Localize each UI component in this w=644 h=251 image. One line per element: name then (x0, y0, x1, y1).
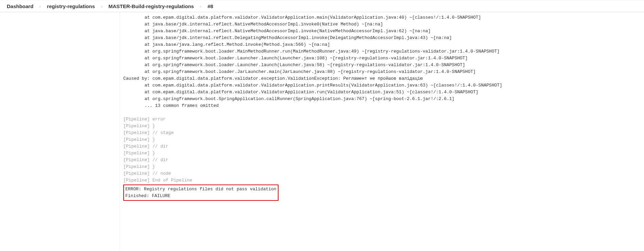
breadcrumb-build[interactable]: #8 (208, 3, 213, 9)
chevron-right-icon: › (101, 4, 102, 9)
pipeline-line: [Pipeline] End of Pipeline (123, 178, 192, 183)
stack-line: at org.springframework.boot.SpringApplic… (123, 96, 454, 101)
pipeline-line: [Pipeline] // stage (123, 130, 174, 135)
finished-line: Finished: FAILURE (125, 193, 171, 198)
error-line: ERROR: Registry regulations files did no… (125, 187, 276, 192)
pipeline-line: [Pipeline] // dir (123, 157, 168, 162)
pipeline-line: [Pipeline] } (123, 164, 155, 169)
sidebar (0, 12, 120, 251)
error-highlight-box: ERROR: Registry regulations files did no… (123, 185, 279, 201)
chevron-right-icon: › (39, 4, 41, 9)
stack-line: at com.epam.digital.data.platform.valida… (123, 15, 481, 20)
breadcrumb: Dashboard › registry-regulations › MASTE… (0, 1, 644, 12)
stack-line: at java.base/java.lang.reflect.Method.in… (123, 42, 330, 47)
pipeline-line: [Pipeline] } (123, 123, 155, 129)
stack-line: at org.springframework.boot.loader.Launc… (123, 56, 468, 61)
stack-line: at java.base/jdk.internal.reflect.Delega… (123, 35, 452, 40)
pipeline-line: [Pipeline] // node (123, 171, 171, 176)
chevron-right-icon: › (200, 4, 201, 9)
stack-line: at org.springframework.boot.loader.JarLa… (123, 69, 476, 74)
stack-line: at org.springframework.boot.loader.MainM… (123, 49, 500, 54)
stack-line: Caused by: com.epam.digital.data.platfor… (123, 76, 423, 81)
pipeline-line: [Pipeline] } (123, 137, 155, 142)
stack-line: at java.base/jdk.internal.reflect.Native… (123, 28, 431, 34)
pipeline-line: [Pipeline] error (123, 117, 166, 122)
breadcrumb-job[interactable]: MASTER-Build-registry-regulations (108, 3, 194, 9)
console-output: at com.epam.digital.data.platform.valida… (120, 12, 644, 251)
stack-line: at com.epam.digital.data.platform.valida… (123, 90, 478, 95)
stack-line: at org.springframework.boot.loader.Launc… (123, 62, 465, 67)
pipeline-line: [Pipeline] // dir (123, 144, 168, 149)
stack-line: at com.epam.digital.data.platform.valida… (123, 83, 502, 88)
breadcrumb-dashboard[interactable]: Dashboard (7, 3, 33, 9)
stack-line: at java.base/jdk.internal.reflect.Native… (123, 22, 383, 27)
breadcrumb-folder[interactable]: registry-regulations (47, 3, 95, 9)
stack-line: ... 13 common frames omitted (123, 103, 219, 108)
pipeline-line: [Pipeline] } (123, 151, 155, 156)
